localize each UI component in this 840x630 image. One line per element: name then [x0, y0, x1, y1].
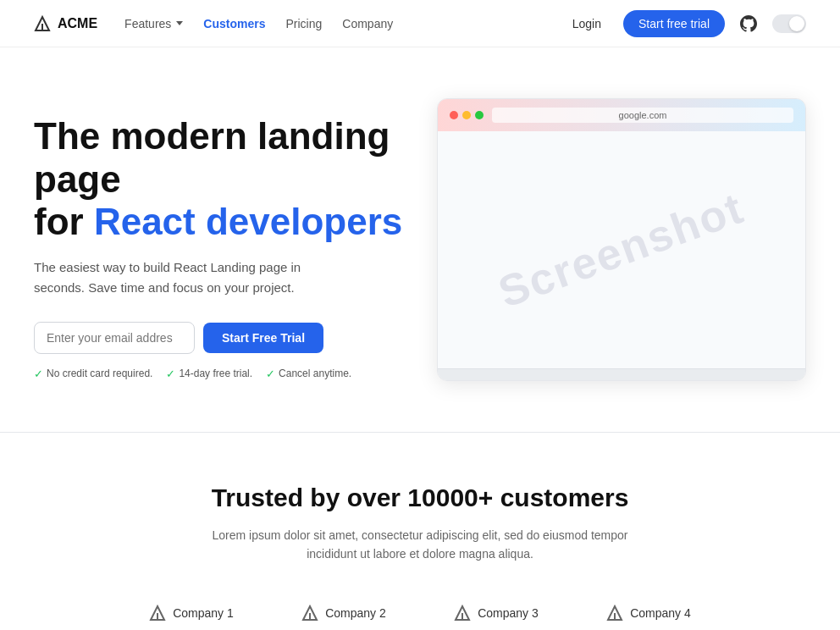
logo[interactable]: ACME [34, 15, 97, 32]
screenshot-watermark: Screenshot [492, 182, 750, 318]
dot-red [450, 111, 458, 119]
companies-grid: Company 1 Company 2 Company 3 Company 4 [124, 605, 716, 630]
nav-links: Features Customers Pricing Company [124, 16, 393, 31]
company-logo-icon [149, 605, 166, 622]
theme-toggle[interactable] [772, 14, 806, 33]
company-name: Company 3 [478, 606, 539, 620]
browser-content: Screenshot [438, 131, 805, 368]
features-chevron-icon [176, 21, 183, 25]
login-button[interactable]: Login [564, 12, 610, 36]
company-name: Company 2 [325, 606, 386, 620]
badge-free-trial: ✓ 14-day free trial. [166, 368, 252, 380]
email-input[interactable] [34, 322, 195, 354]
company-item: Company 2 [276, 605, 412, 622]
nav-company[interactable]: Company [342, 17, 393, 30]
hero-section: The modern landing page for React develo… [0, 47, 840, 432]
company-logo-icon [606, 605, 623, 622]
nav-customers[interactable]: Customers [203, 17, 265, 30]
browser-mockup: google.com Screenshot [437, 98, 806, 381]
logo-text: ACME [58, 16, 97, 31]
hero-right: google.com Screenshot [437, 98, 806, 381]
badge-cancel: ✓ Cancel anytime. [266, 368, 351, 380]
browser-bottom-bar [438, 368, 805, 380]
browser-dots [450, 111, 484, 119]
trusted-title: Trusted by over 10000+ customers [34, 484, 806, 512]
hero-left: The modern landing page for React develo… [34, 98, 403, 380]
company-logo-icon [454, 605, 471, 622]
nav-features[interactable]: Features [124, 17, 183, 30]
hero-description: The easiest way to build React Landing p… [34, 257, 339, 298]
trusted-description: Lorem ipsum dolor sit amet, consectetur … [208, 526, 632, 564]
nav-right: Login Start free trial [564, 10, 806, 37]
badge-label-3: Cancel anytime. [279, 368, 351, 379]
cta-button[interactable]: Start Free Trial [203, 323, 323, 353]
hero-title: The modern landing page for React develo… [34, 115, 403, 244]
hero-badges: ✓ Company 1 No credit card required. ✓ 1… [34, 368, 403, 380]
dot-green [475, 111, 484, 119]
trusted-section: Trusted by over 10000+ customers Lorem i… [0, 433, 840, 630]
badge-no-credit-card: ✓ Company 1 No credit card required. [34, 368, 152, 380]
check-icon-3: ✓ [266, 368, 275, 380]
hero-cta: Start Free Trial [34, 322, 403, 354]
navbar: ACME Features Customers Pricing Company … [0, 0, 840, 47]
company-logo-icon [301, 605, 318, 622]
company-item: Company 4 [581, 605, 716, 622]
github-icon[interactable] [738, 14, 759, 34]
dot-yellow [462, 111, 471, 119]
company-item: Company 1 [124, 605, 259, 622]
company-name: Company 4 [630, 606, 691, 620]
check-icon-2: ✓ [166, 368, 175, 380]
nav-left: ACME Features Customers Pricing Company [34, 15, 393, 32]
start-trial-button[interactable]: Start free trial [623, 10, 725, 37]
acme-logo-icon [34, 15, 51, 32]
company-item: Company 3 [428, 605, 564, 622]
check-icon-1: ✓ [34, 368, 43, 380]
badge-label-2: 14-day free trial. [179, 368, 252, 379]
browser-bar: google.com [438, 99, 805, 131]
nav-pricing[interactable]: Pricing [286, 17, 323, 30]
company-name: Company 1 [173, 606, 234, 620]
browser-url: google.com [492, 108, 793, 123]
badge-label-1: No credit card required. [47, 368, 152, 379]
